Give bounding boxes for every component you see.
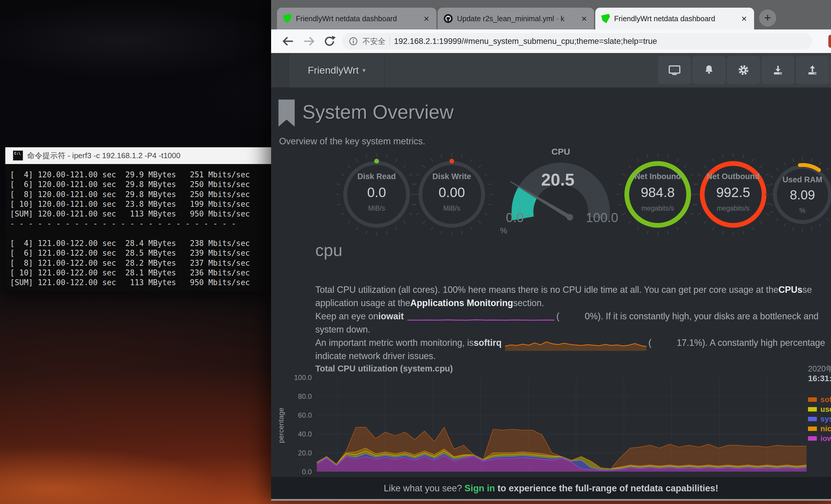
tab-title: Update r2s_lean_minimal.yml · k <box>457 14 575 23</box>
y-tick: 60.0 <box>289 411 312 419</box>
iowait-label: iowait <box>378 311 404 321</box>
host-name: FriendlyWrt <box>308 64 359 76</box>
doc-text: application usage at the <box>315 298 410 308</box>
doc-text: Keep an eye on <box>315 311 378 321</box>
y-tick: 40.0 <box>289 430 312 438</box>
legend-swatch <box>808 407 817 412</box>
y-tick: 100.0 <box>289 374 312 382</box>
legend-item-nice[interactable]: nice <box>808 424 831 434</box>
legend-item-system[interactable]: system <box>808 414 831 424</box>
doc-text: indicate network driver issues. <box>315 351 436 361</box>
y-axis-label: percentage <box>277 387 285 464</box>
upload-icon <box>806 64 819 77</box>
legend-swatch <box>808 426 817 431</box>
forward-icon[interactable] <box>302 34 316 48</box>
export-button[interactable] <box>796 56 829 84</box>
monitor-icon <box>668 63 681 77</box>
omnibox-divider <box>390 36 390 46</box>
doc-text: section. <box>513 298 544 308</box>
cpu-chart-plot[interactable] <box>317 377 806 472</box>
chart-legend[interactable]: softirqusersystemniceiowait <box>808 395 831 443</box>
url-text[interactable]: 192.168.2.1:19999/#menu_system_submenu_c… <box>394 36 657 46</box>
legend-swatch <box>808 417 817 421</box>
terminal-output: [ 4] 120.00-121.00 sec 29.9 MBytes 251 M… <box>5 164 271 292</box>
gauge-unit: MiB/s <box>407 204 496 212</box>
netdata-favicon <box>601 14 610 23</box>
gauge-value: 0.00 <box>407 184 496 200</box>
chart-title: Total CPU utilization (system.cpu) <box>315 364 453 374</box>
netdata-page: FriendlyWrt ▾ <box>271 53 831 477</box>
tab-close-icon[interactable]: × <box>739 13 749 24</box>
legend-swatch <box>808 436 817 441</box>
chart-timestamp-time: 16:31:2 <box>808 374 831 383</box>
bell-icon <box>703 64 715 77</box>
browser-window: FriendlyWrt netdata dashboard × Update r… <box>271 0 831 501</box>
legend-label: user <box>821 405 831 414</box>
gauge-disk-write: Disk Write 0.00 MiB/s <box>407 150 496 239</box>
download-icon <box>772 64 784 77</box>
info-icon[interactable] <box>348 36 358 46</box>
legend-item-softirq[interactable]: softirq <box>808 395 831 405</box>
alarms-button[interactable] <box>692 56 725 84</box>
chart-timestamp: 2020年3 <box>808 363 831 374</box>
netdata-navbar: FriendlyWrt ▾ <box>271 53 831 88</box>
gauge-label: Disk Write <box>407 172 496 181</box>
host-dropdown[interactable]: FriendlyWrt ▾ <box>289 53 385 88</box>
y-tick: 20.0 <box>289 449 312 457</box>
doc-text: 0%). If it is constantly high, your disk… <box>559 311 818 321</box>
cpu-gauge-label: CPU <box>537 147 584 157</box>
y-tick: 80.0 <box>289 392 312 401</box>
window-bottom-edge <box>271 499 831 501</box>
url-input[interactable]: 不安全 192.168.2.1:19999/#menu_system_subme… <box>342 33 812 50</box>
cpu-gauge-min: 0.0 <box>494 210 536 225</box>
doc-line-5: An important metric worth monitoring, is… <box>315 336 825 349</box>
doc-text: Total CPU utilization (all cores). 100% … <box>315 285 778 295</box>
doc-text: 17.1%). A constantly high percentage <box>651 337 825 348</box>
doc-line-1: Total CPU utilization (all cores). 100% … <box>315 283 812 296</box>
gauge-label: Net Inbound <box>613 172 702 181</box>
gauge-net-inbound: Net Inbound 984.8 megabits/s <box>613 150 702 239</box>
doc-text: An important metric worth monitoring, is <box>315 337 474 348</box>
console-button[interactable] <box>658 56 691 84</box>
legend-item-iowait[interactable]: iowait <box>808 434 831 443</box>
applications-monitoring-link[interactable]: Applications Monitoring <box>410 298 513 308</box>
legend-swatch <box>808 397 817 402</box>
tab-netdata-2-active[interactable]: FriendlyWrt netdata dashboard × <box>595 8 754 29</box>
doc-text: se <box>802 285 812 295</box>
settings-button[interactable] <box>727 56 760 84</box>
tab-close-icon[interactable]: × <box>421 13 432 24</box>
navbar-left-cell <box>271 53 289 88</box>
security-chip[interactable]: 不安全 <box>363 36 385 47</box>
doc-line-3: Keep an eye on iowait (0%). If it is con… <box>315 309 819 323</box>
new-tab-button[interactable]: + <box>759 9 776 27</box>
legend-label: system <box>821 414 831 423</box>
import-button[interactable] <box>762 56 795 84</box>
terminal-title: 命令提示符 - iperf3 -c 192.168.1.2 -P4 -t1000 <box>27 150 180 161</box>
doc-text: ( <box>556 311 559 321</box>
page-title: System Overview <box>302 101 454 123</box>
banner-text: to experience the full-range of netdata … <box>495 483 718 494</box>
tab-github[interactable]: Update r2s_lean_minimal.yml · k × <box>438 8 594 29</box>
doc-text: system down. <box>315 324 370 335</box>
tab-strip: FriendlyWrt netdata dashboard × Update r… <box>271 0 831 29</box>
tab-title: FriendlyWrt netdata dashboard <box>296 14 417 23</box>
gauge-used-ram: Used RAM 8.09 % <box>758 150 831 239</box>
cpu-gauge-unit: % <box>500 226 507 235</box>
legend-label: softirq <box>821 395 831 404</box>
tab-netdata-1[interactable]: FriendlyWrt netdata dashboard × <box>277 8 436 29</box>
doc-line-6: indicate network driver issues. <box>315 349 436 363</box>
terminal-window[interactable]: C:\ 命令提示符 - iperf3 -c 192.168.1.2 -P4 -t… <box>5 147 271 292</box>
cpus-link[interactable]: CPUs <box>778 285 802 295</box>
legend-label: iowait <box>821 434 831 443</box>
gauge-value: 8.09 <box>758 188 831 202</box>
terminal-titlebar[interactable]: C:\ 命令提示符 - iperf3 -c 192.168.1.2 -P4 -t… <box>5 147 271 164</box>
reload-icon[interactable] <box>322 34 337 48</box>
bookmark-icon <box>279 99 295 127</box>
tab-title: FriendlyWrt netdata dashboard <box>614 14 735 23</box>
sign-in-link[interactable]: Sign in <box>464 483 495 494</box>
extension-icon[interactable] <box>828 35 831 48</box>
legend-item-user[interactable]: user <box>808 405 831 414</box>
back-icon[interactable] <box>281 34 295 48</box>
tab-close-icon[interactable]: × <box>579 13 590 24</box>
legend-label: nice <box>821 424 831 433</box>
